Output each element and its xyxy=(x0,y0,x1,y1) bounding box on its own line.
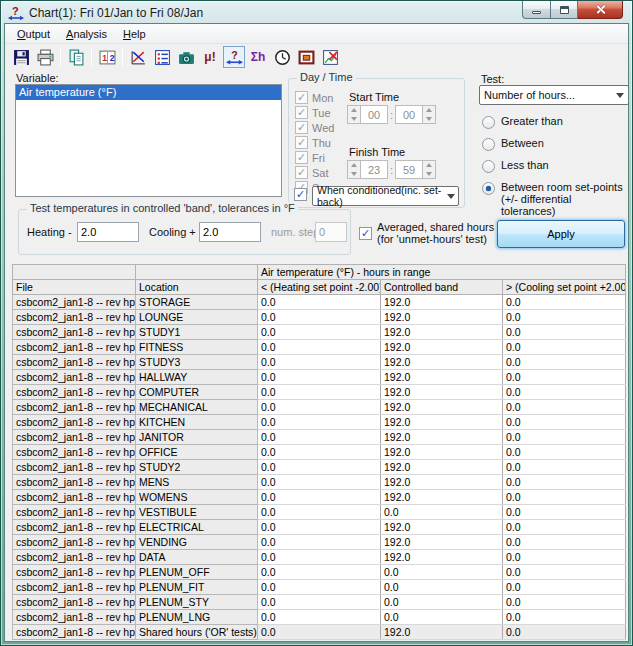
conditioned-checkbox[interactable]: ✓ xyxy=(294,188,307,201)
list-icon[interactable] xyxy=(151,46,173,68)
menu-help[interactable]: Help xyxy=(115,26,154,42)
value-cell[interactable]: 0.0 xyxy=(258,580,381,595)
value-cell[interactable]: 0.0 xyxy=(503,595,626,610)
test-option-1[interactable]: Between xyxy=(482,137,628,151)
value-cell[interactable]: 0.0 xyxy=(503,445,626,460)
value-cell[interactable]: 0.0 xyxy=(258,595,381,610)
value-cell[interactable]: 0.0 xyxy=(258,520,381,535)
value-cell[interactable]: 0.0 xyxy=(258,550,381,565)
value-cell[interactable]: 0.0 xyxy=(381,580,503,595)
value-cell[interactable]: 0.0 xyxy=(503,475,626,490)
value-cell[interactable]: 0.0 xyxy=(503,355,626,370)
heating-input[interactable] xyxy=(77,222,139,242)
col-above-band[interactable]: > (Cooling set point +2.00) xyxy=(503,280,626,295)
location-cell[interactable]: STUDY2 xyxy=(136,460,258,475)
col-file[interactable]: File xyxy=(13,280,136,295)
location-cell[interactable]: PLENUM_STY xyxy=(136,595,258,610)
file-cell[interactable]: csbcom2_jan1-8 -- rev hp6 xyxy=(13,520,136,535)
value-cell[interactable]: 0.0 xyxy=(503,520,626,535)
value-cell[interactable]: 0.0 xyxy=(503,535,626,550)
value-cell[interactable]: 192.0 xyxy=(381,295,503,310)
averaged-checkbox[interactable]: ✓ xyxy=(359,227,372,240)
file-cell[interactable]: csbcom2_jan1-8 -- rev hp6 xyxy=(13,460,136,475)
test-option-3[interactable]: Between room set-points(+/- differential… xyxy=(482,181,628,217)
value-cell[interactable]: 0.0 xyxy=(258,400,381,415)
file-cell[interactable]: csbcom2_jan1-8 -- rev hp6 xyxy=(13,565,136,580)
value-cell[interactable]: 0.0 xyxy=(258,535,381,550)
value-cell[interactable]: 192.0 xyxy=(381,415,503,430)
location-cell[interactable]: PLENUM_LNG xyxy=(136,610,258,625)
location-cell[interactable]: MENS xyxy=(136,475,258,490)
value-cell[interactable]: 0.0 xyxy=(503,385,626,400)
value-cell[interactable]: 0.0 xyxy=(381,610,503,625)
value-cell[interactable]: 192.0 xyxy=(381,430,503,445)
location-cell[interactable]: PLENUM_OFF xyxy=(136,565,258,580)
value-cell[interactable]: 0.0 xyxy=(258,325,381,340)
file-cell[interactable]: csbcom2_jan1-8 -- rev hp6 xyxy=(13,295,136,310)
value-cell[interactable]: 0.0 xyxy=(503,370,626,385)
location-cell[interactable]: PLENUM_FIT xyxy=(136,580,258,595)
col-below-band[interactable]: < (Heating set point -2.00) xyxy=(258,280,381,295)
minimize-button[interactable] xyxy=(522,1,551,19)
file-cell[interactable]: csbcom2_jan1-8 -- rev hp6 xyxy=(13,310,136,325)
value-cell[interactable]: 192.0 xyxy=(381,520,503,535)
location-cell[interactable]: STUDY1 xyxy=(136,325,258,340)
range-test-icon[interactable]: ? xyxy=(223,46,245,68)
value-cell[interactable]: 0.0 xyxy=(258,505,381,520)
value-cell[interactable]: 0.0 xyxy=(258,340,381,355)
location-cell[interactable]: STUDY3 xyxy=(136,355,258,370)
test-option-2[interactable]: Less than xyxy=(482,159,628,173)
mu-test-icon[interactable]: μ! xyxy=(199,46,221,68)
file-cell[interactable]: csbcom2_jan1-8 -- rev hp6 xyxy=(13,340,136,355)
cooling-input[interactable] xyxy=(199,222,261,242)
chart-test-icon[interactable] xyxy=(319,46,341,68)
copy-icon[interactable] xyxy=(65,46,87,68)
location-cell[interactable]: COMPUTER xyxy=(136,385,258,400)
value-cell[interactable]: 0.0 xyxy=(258,565,381,580)
line-chart-icon[interactable] xyxy=(127,46,149,68)
value-cell[interactable]: 0.0 xyxy=(503,580,626,595)
location-cell[interactable]: HALLWAY xyxy=(136,370,258,385)
value-cell[interactable]: 0.0 xyxy=(503,550,626,565)
value-cell[interactable]: 192.0 xyxy=(381,445,503,460)
value-cell[interactable]: 192.0 xyxy=(381,400,503,415)
file-cell[interactable]: csbcom2_jan1-8 -- rev hp6 xyxy=(13,550,136,565)
value-cell[interactable]: 0.0 xyxy=(503,610,626,625)
location-cell[interactable]: Shared hours ('OR' tests) xyxy=(136,625,258,640)
value-cell[interactable]: 0.0 xyxy=(258,310,381,325)
location-cell[interactable]: FITNESS xyxy=(136,340,258,355)
value-cell[interactable]: 0.0 xyxy=(503,565,626,580)
maximize-button[interactable] xyxy=(551,1,578,19)
value-cell[interactable]: 192.0 xyxy=(381,550,503,565)
file-cell[interactable]: csbcom2_jan1-8 -- rev hp6 xyxy=(13,370,136,385)
value-cell[interactable]: 192.0 xyxy=(381,310,503,325)
value-cell[interactable]: 192.0 xyxy=(381,340,503,355)
file-cell[interactable]: csbcom2_jan1-8 -- rev hp6 xyxy=(13,595,136,610)
value-cell[interactable]: 0.0 xyxy=(258,625,381,640)
location-cell[interactable]: JANITOR xyxy=(136,430,258,445)
value-cell[interactable]: 0.0 xyxy=(258,430,381,445)
value-cell[interactable]: 0.0 xyxy=(503,340,626,355)
variable-option[interactable]: Air temperature (°F) xyxy=(16,85,281,100)
value-cell[interactable]: 192.0 xyxy=(381,370,503,385)
value-cell[interactable]: 0.0 xyxy=(503,415,626,430)
number-grid-icon[interactable]: 12 xyxy=(96,46,118,68)
file-cell[interactable]: csbcom2_jan1-8 -- rev hp6 xyxy=(13,535,136,550)
value-cell[interactable]: 192.0 xyxy=(381,490,503,505)
col-controlled-band[interactable]: Controlled band xyxy=(381,280,503,295)
file-cell[interactable]: csbcom2_jan1-8 -- rev hp6 xyxy=(13,400,136,415)
value-cell[interactable]: 0.0 xyxy=(381,565,503,580)
file-cell[interactable]: csbcom2_jan1-8 -- rev hp6 xyxy=(13,580,136,595)
location-cell[interactable]: VENDING xyxy=(136,535,258,550)
location-cell[interactable]: LOUNGE xyxy=(136,310,258,325)
value-cell[interactable]: 0.0 xyxy=(258,295,381,310)
value-cell[interactable]: 0.0 xyxy=(503,430,626,445)
file-cell[interactable]: csbcom2_jan1-8 -- rev hp6 xyxy=(13,490,136,505)
file-cell[interactable]: csbcom2_jan1-8 -- rev hp6 xyxy=(13,505,136,520)
camera-icon[interactable] xyxy=(175,46,197,68)
value-cell[interactable]: 0.0 xyxy=(381,595,503,610)
value-cell[interactable]: 192.0 xyxy=(381,535,503,550)
file-cell[interactable]: csbcom2_jan1-8 -- rev hp6 xyxy=(13,355,136,370)
variable-listbox[interactable]: Air temperature (°F) xyxy=(15,84,282,197)
value-cell[interactable]: 192.0 xyxy=(381,355,503,370)
